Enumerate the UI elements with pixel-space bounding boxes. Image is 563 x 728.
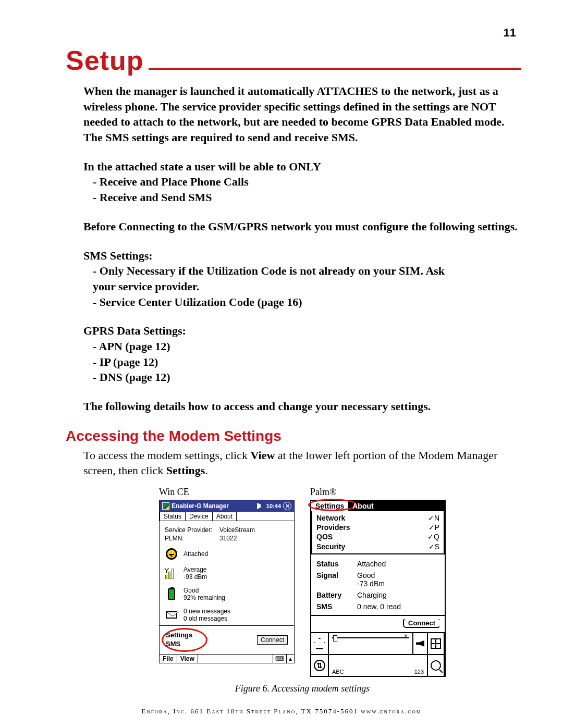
abc-label: ABC [332, 669, 344, 675]
sp-value: VoiceStream [219, 526, 255, 534]
search-icon[interactable] [428, 655, 445, 676]
home-icon[interactable] [311, 633, 329, 654]
tab-status[interactable]: Status [160, 512, 186, 521]
batt-text1: Good [183, 587, 225, 594]
signal-icon: Y [165, 567, 178, 579]
palm-connect-button[interactable]: Connect [403, 619, 439, 628]
attached-item-1: - Receive and Place Phone Calls [83, 174, 521, 190]
updown-icon[interactable]: ⇅ [311, 655, 329, 676]
figure-area: Win CE Enabler-G Manager 10:44 ✕ Status … [83, 487, 521, 677]
wince-time: 10:44 [266, 503, 281, 509]
palm-body: StatusAttached SignalGood -73 dBm Batter… [311, 554, 445, 632]
divider [311, 615, 445, 616]
sc-p: ✓P [429, 523, 439, 532]
signal-text2: -93 dBm [183, 573, 207, 581]
page-footer: Enfora, Inc. 661 East 18th Street Plano,… [0, 707, 563, 715]
menu-view[interactable]: View [177, 655, 198, 663]
palm-status-label: Status [316, 560, 357, 568]
palm-label: Palm® [310, 487, 446, 498]
sub-qos[interactable]: QOS [316, 532, 333, 541]
apps-icon[interactable] [428, 633, 445, 654]
volume-icon[interactable] [413, 633, 428, 654]
sc-n: ✓N [428, 513, 439, 523]
palm-footer-2: ⇅ ABC 123 [311, 654, 445, 676]
attached-heading: In the attached state a user will be abl… [83, 159, 521, 175]
sc-s: ✓S [429, 542, 439, 551]
intro-paragraph: When the manager is launched it automati… [83, 83, 521, 145]
following-paragraph: The following details how to access and … [83, 399, 521, 414]
sms-item-1b: your service provider. [83, 279, 521, 294]
windows-flag-icon [162, 502, 169, 510]
battery-icon [168, 588, 175, 600]
plmn-label: PLMN: [165, 535, 219, 542]
input-area[interactable]: ABC 123 [329, 655, 428, 676]
sub-providers[interactable]: Providers [316, 523, 350, 532]
main-title: Setup [66, 45, 149, 76]
wince-device: Enabler-G Manager 10:44 ✕ Status Device … [159, 500, 295, 663]
access-paragraph: To access the modem settings, click View… [83, 448, 521, 478]
palm-sms-value: 0 new, 0 read [357, 602, 401, 611]
sp-label: Service Provider: [165, 526, 219, 534]
attached-icon [166, 548, 177, 560]
menu-file[interactable]: File [160, 655, 177, 663]
wince-links: Settings SMS [166, 631, 192, 649]
msg-text1: 0 new messages [183, 608, 230, 615]
wince-footer: File View ⌨ ▴ [160, 654, 294, 663]
palm-device: Settings About Network✓N Providers✓P QOS… [310, 500, 446, 677]
attached-text: Attached [183, 550, 208, 558]
palm-status-value: Attached [357, 560, 386, 568]
sms-heading: SMS Settings: [83, 248, 521, 264]
connect-button[interactable]: Connect [257, 635, 288, 645]
wince-tabs: Status Device About [160, 512, 294, 521]
wince-app-title: Enabler-G Manager [172, 502, 255, 510]
title-row: Setup [66, 45, 521, 76]
wince-label: Win CE [159, 487, 295, 498]
gprs-heading: GPRS Data Settings: [83, 323, 521, 339]
palm-sms-label: SMS [316, 602, 357, 611]
attached-item-2: - Receive and Send SMS [83, 190, 521, 205]
link-sms[interactable]: SMS [166, 640, 192, 649]
red-line [149, 68, 521, 70]
tab-about[interactable]: About [212, 512, 237, 521]
wince-titlebar: Enabler-G Manager 10:44 ✕ [160, 500, 294, 512]
palm-footer: ☀ [311, 632, 445, 654]
palm-column: Palm® Settings About Network✓N Providers… [310, 487, 446, 677]
access-pre: To access the modem settings, click [83, 449, 250, 462]
tab-device[interactable]: Device [185, 512, 213, 521]
batt-text2: 92% remaining [183, 594, 225, 601]
subheading: Accessing the Modem Settings [66, 428, 521, 445]
envelope-icon [166, 611, 177, 619]
access-settings: Settings [166, 464, 205, 477]
wince-body: Service Provider:VoiceStream PLMN:31022 … [160, 521, 294, 654]
figure-caption: Figure 6. Accessing modem settings [83, 683, 521, 694]
up-arrow-icon[interactable]: ▴ [286, 655, 294, 663]
divider [160, 625, 294, 626]
before-paragraph: Before Connecting to the GSM/GPRS networ… [83, 219, 521, 235]
close-icon[interactable]: ✕ [283, 502, 291, 510]
sms-item-1a: - Only Necessary if the Utilization Code… [83, 263, 521, 279]
palm-signal-value: Good -73 dBm [357, 571, 385, 588]
sub-network[interactable]: Network [316, 513, 345, 523]
access-view: View [250, 449, 275, 462]
signal-text1: Average [183, 566, 207, 573]
palm-menu-settings[interactable]: Settings [311, 501, 348, 511]
gprs-item-1: - APN (page 12) [83, 339, 521, 354]
speaker-icon [257, 503, 264, 509]
gprs-item-2: - IP (page 12) [83, 354, 521, 370]
palm-battery-label: Battery [316, 591, 357, 599]
wince-column: Win CE Enabler-G Manager 10:44 ✕ Status … [159, 487, 295, 677]
access-post: . [205, 464, 208, 477]
palm-menubar: Settings About [311, 501, 445, 511]
page-number: 11 [83, 26, 521, 40]
brightness-slider[interactable]: ☀ [329, 633, 413, 654]
palm-submenu: Network✓N Providers✓P QOS✓Q Security✓S [311, 511, 445, 554]
sub-security[interactable]: Security [316, 542, 345, 551]
sms-item-2: - Service Center Utilization Code (page … [83, 294, 521, 310]
palm-signal-label: Signal [316, 571, 357, 588]
num-label: 123 [414, 669, 424, 675]
keyboard-icon[interactable]: ⌨ [273, 655, 286, 663]
palm-menu-about[interactable]: About [348, 501, 377, 511]
link-settings[interactable]: Settings [166, 631, 192, 640]
plmn-value: 31022 [219, 535, 237, 542]
sc-q: ✓Q [427, 532, 439, 541]
